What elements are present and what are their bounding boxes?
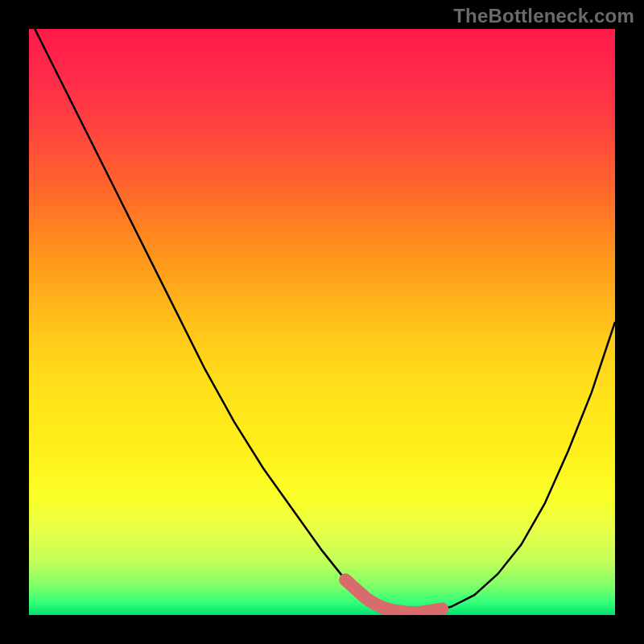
chart-container: TheBottleneck.com — [0, 0, 644, 644]
curve-layer — [29, 29, 615, 615]
bottleneck-curve — [29, 29, 615, 613]
plot-area — [29, 29, 615, 615]
highlight-salmon-right — [422, 609, 442, 612]
watermark-text: TheBottleneck.com — [453, 5, 634, 27]
highlight-salmon-flat — [366, 598, 422, 613]
